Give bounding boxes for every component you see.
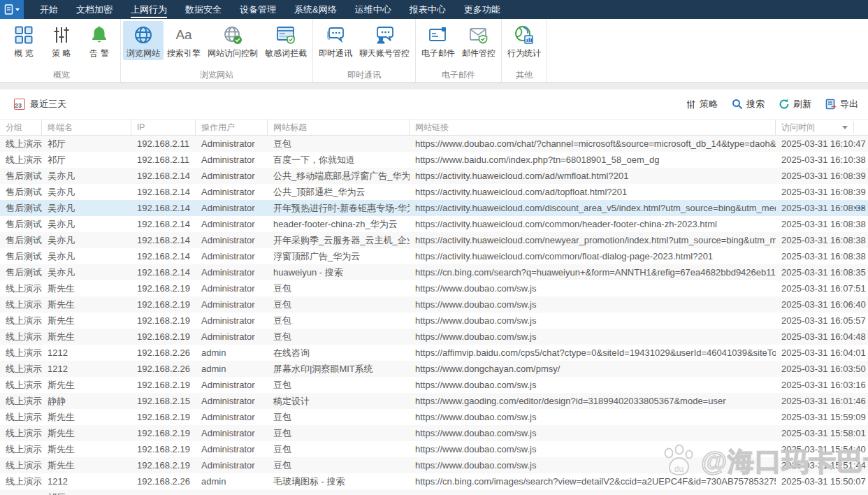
menu-item-7[interactable]: 报表中心 [400,0,455,19]
cell-title: 豆包 [268,296,410,313]
row-actions-dots-icon[interactable]: ••• [854,200,865,216]
cell-user: Administrator [196,393,268,409]
ribbon-item-mail-control[interactable]: 邮件管控 [458,21,499,60]
toolbar-action-policy-sliders-sm[interactable]: 策略 [686,98,718,110]
table-row[interactable]: 售后测试机吴亦凡192.168.2.14Administrator公共_移动端底… [0,168,868,184]
ribbon-item-alert-bell[interactable]: 告 警 [80,21,118,60]
ribbon-item-label: 行为统计 [507,48,541,59]
table-row[interactable]: 线上演示斯先生192.168.2.19Administrator豆包https:… [0,329,868,345]
cell-time: 2025-03-31 16:01:46 [776,393,868,409]
ribbon: 概 览策 略告 警概览浏览网站Aa搜索引擎网站访问控制敏感词拦截浏览网站即时通讯… [0,19,868,82]
table-row[interactable]: 线上演示斯先生192.168.2.19Administrator豆包https:… [0,313,868,329]
menu-item-6[interactable]: 运维中心 [346,0,400,19]
toolbar-action-label: 策略 [700,98,718,110]
site-access-control-icon [222,22,243,48]
ribbon-item-site-access-control[interactable]: 网站访问控制 [204,21,261,60]
cell-title: 百度一下，你就知道 [268,152,410,168]
menu-item-4[interactable]: 设备管理 [231,0,285,19]
table-row[interactable]: 售后测试机吴亦凡192.168.2.14Administratorheader-… [0,216,868,232]
ribbon-item-label: 即时通讯 [319,48,352,59]
menu-item-1[interactable]: 文档加密 [67,0,122,19]
table-row[interactable]: 线上演示斯先生192.168.2.19Administrator豆包https:… [0,377,868,393]
ribbon-item-overview-grid[interactable]: 概 览 [5,21,43,60]
cell-group: 售后测试机 [0,168,42,184]
date-filter[interactable]: 23 最近三天 [14,98,66,110]
table-row[interactable]: 售后测试机吴亦凡192.168.2.14Administrator开年采购季_云… [0,232,868,248]
caret-down-icon [15,8,20,11]
cell-url: https://www.doubao.com/sw.js [410,425,776,441]
toolbar-action-label: 刷新 [793,98,811,110]
column-header-terminal[interactable]: 终端名 [42,120,131,135]
table-body: 线上演示祁厅192.168.2.11Administrator豆包https:/… [0,136,868,495]
table-row[interactable]: 线上演示祁厅192.168.2.11Administrator豆包https:/… [0,136,868,152]
ribbon-item-policy-sliders[interactable]: 策 略 [43,21,80,60]
table-row[interactable]: 售后测试机吴亦凡192.168.2.14Administratorhuaweiy… [0,264,868,280]
cell-url: https://www.doubao.com/sw.js [410,296,776,313]
table-row[interactable]: 线上演示祁厅192.168.2.11Administrator百度一下，你就知道… [0,152,868,168]
table-row[interactable]: 售后测试机吴亦凡192.168.2.14Administrator开年预热进行时… [0,200,868,216]
cell-terminal: 吴亦凡 [42,264,131,280]
cell-ip [131,489,196,495]
table-row[interactable]: 线上演示斯先生192.168.2.19Administrator豆包https:… [0,296,868,313]
toolbar-action-refresh[interactable]: 刷新 [779,98,811,110]
ribbon-groups: 概 览策 略告 警概览浏览网站Aa搜索引擎网站访问控制敏感词拦截浏览网站即时通讯… [3,19,547,82]
cell-title: 豆包 [268,280,410,296]
cell-time: 2025-03-31 15:51:44 [776,457,868,473]
table-row[interactable]: 售后测试机吴亦凡192.168.2.14Administrator浮窗顶部广告_… [0,248,868,264]
menu-item-0[interactable]: 开始 [31,0,67,19]
table-row[interactable]: 线上演示静静192.168.2.15Administrator稿定设计https… [0,393,868,409]
cell-url [410,489,776,495]
cell-title: 开年预热进行时-新春钜惠专场-华为云 [268,200,410,216]
table-row[interactable]: 线上演示斯先生192.168.2.19Administrator豆包https:… [0,441,868,457]
ribbon-item-im-chat[interactable]: 即时通讯 [315,21,356,60]
ribbon-group-label: 即时通讯 [315,69,413,80]
cell-time: 2025-03-31 15:54:40 [776,441,868,457]
ribbon-item-search-engine[interactable]: Aa搜索引擎 [164,21,204,60]
app-menu-button[interactable] [0,0,24,19]
table-row[interactable]: 祁厅 [0,489,868,495]
ribbon-item-behavior-stats[interactable]: 行为统计 [504,21,544,60]
cell-group: 线上演示 [0,441,42,457]
table-row[interactable]: 线上演示1212192.168.2.26admin在线咨询https://aff… [0,345,868,361]
column-header-time[interactable]: 访问时间 [776,120,868,135]
cell-user: Administrator [196,200,268,216]
cell-terminal: 祁厅 [42,136,131,152]
menu-item-8[interactable]: 更多功能 [455,0,509,19]
ribbon-item-email[interactable]: 电子邮件 [418,21,458,60]
table-row[interactable]: 线上演示1212192.168.2.26admin毛玻璃图标 - 搜索https… [0,473,868,489]
column-header-title[interactable]: 网站标题 [268,120,410,135]
table-row[interactable]: 线上演示斯先生192.168.2.19Administrator豆包https:… [0,425,868,441]
table-row[interactable]: 线上演示斯先生192.168.2.19Administrator豆包https:… [0,409,868,425]
menu-item-5[interactable]: 系统&网络 [285,0,346,19]
svg-text:Aa: Aa [175,27,192,42]
cell-user: admin [196,361,268,377]
ribbon-item-sensitive-word-block[interactable]: 敏感词拦截 [261,21,310,60]
ribbon-item-chat-account[interactable]: 聊天账号管控 [356,21,413,60]
cell-url: https://activity.huaweicloud.com/ad/wmfl… [410,168,776,184]
column-header-group[interactable]: 分组 [0,120,42,135]
cell-title: 公共_移动端底部悬浮窗广告_华为云 [268,168,410,184]
date-filter-label: 最近三天 [30,98,66,110]
cell-group: 线上演示 [0,473,42,489]
cell-terminal: 斯先生 [42,313,131,329]
im-chat-icon [325,22,346,48]
table-row[interactable]: 线上演示1212192.168.2.26admin屏幕水印|洞察眼MIT系统ht… [0,361,868,377]
menu-item-3[interactable]: 数据安全 [176,0,231,19]
column-header-ip[interactable]: IP [131,120,196,135]
table-row[interactable]: 线上演示斯先生192.168.2.19Administrator豆包https:… [0,280,868,296]
menu-item-2[interactable]: 上网行为 [122,0,176,19]
table-row[interactable]: 售后测试机吴亦凡192.168.2.14Administrator公共_顶部通栏… [0,184,868,200]
cell-time [776,489,868,495]
column-header-url[interactable]: 网站链接 [410,120,776,135]
ribbon-item-label: 浏览网站 [126,48,160,59]
toolbar-action-export[interactable]: 导出 [825,98,858,110]
table-row[interactable]: 线上演示斯先生192.168.2.19Administrator豆包https:… [0,457,868,473]
column-header-user[interactable]: 操作用户 [196,120,268,135]
sort-caret-icon[interactable] [842,126,848,129]
ribbon-item-browse-globe[interactable]: 浏览网站 [123,21,164,60]
cell-user: Administrator [196,296,268,313]
cell-title: 豆包 [268,441,410,457]
toolbar-action-search[interactable]: 搜索 [732,98,765,110]
ribbon-item-label: 敏感词拦截 [265,48,307,59]
cell-time: 2025-03-31 16:03:50 [776,361,868,377]
